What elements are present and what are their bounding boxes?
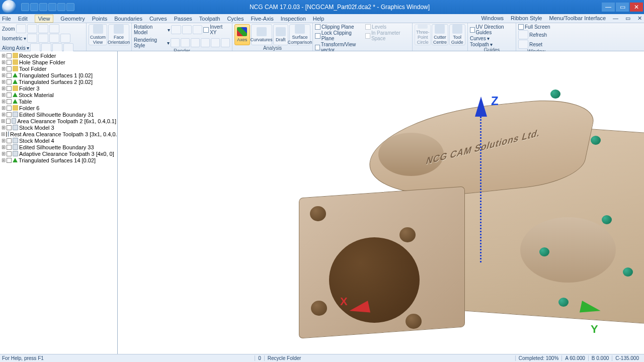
cutter-centre-button[interactable]: Cutter Centre [432, 24, 448, 45]
tree-item[interactable]: ⊞Table [1, 98, 116, 105]
visibility-checkbox[interactable] [6, 119, 11, 124]
isometric-label[interactable]: Isometric [2, 36, 23, 41]
visibility-checkbox[interactable] [7, 66, 12, 71]
full-screen-checkbox[interactable] [518, 24, 524, 30]
tree-item[interactable]: ⊞Edited Silhouette Boundary 31 [1, 111, 116, 118]
menu-geometry[interactable]: Geometry [60, 16, 85, 22]
refresh-label[interactable]: Refresh [529, 32, 547, 38]
render-2-button[interactable] [181, 38, 190, 47]
tree-item[interactable]: ⊞Hole Shape Folder [1, 59, 116, 65]
qat-new-icon[interactable] [21, 3, 29, 11]
visibility-checkbox[interactable] [7, 79, 12, 84]
qat-save-icon[interactable] [39, 3, 47, 11]
curves-guides-label[interactable]: Curves [470, 36, 486, 41]
dropdown-icon[interactable]: ▾ [490, 42, 493, 47]
menu-passes[interactable]: Passes [174, 16, 192, 22]
expand-icon[interactable]: ⊞ [1, 131, 5, 137]
qat-open-icon[interactable] [30, 3, 38, 11]
expand-icon[interactable]: ⊞ [1, 79, 6, 84]
axes-button[interactable]: Axes [234, 24, 250, 45]
tree-item[interactable]: ⊞Stock Model 4 [1, 137, 116, 144]
dropdown-icon[interactable]: ▾ [27, 45, 29, 51]
expand-icon[interactable]: ⊞ [1, 99, 6, 104]
render-1-button[interactable] [171, 38, 180, 47]
qat-undo-icon[interactable] [48, 3, 56, 11]
lock-clipping-checkbox[interactable] [315, 33, 320, 39]
menu-view[interactable]: View [35, 15, 54, 23]
tree-item[interactable]: ⊞Folder 6 [1, 105, 116, 111]
iso-2-button[interactable] [38, 34, 48, 43]
tree-item[interactable]: ⊞Recycle Folder [1, 52, 116, 59]
expand-icon[interactable]: ⊞ [1, 59, 6, 65]
visibility-checkbox[interactable] [7, 106, 12, 111]
invert-xy-checkbox[interactable] [203, 27, 209, 33]
expand-icon[interactable]: ⊞ [1, 92, 6, 98]
visibility-checkbox[interactable] [7, 158, 12, 163]
tool-guide-button[interactable]: Tool Guide [449, 24, 465, 45]
render-3-button[interactable] [191, 38, 200, 47]
menu-help[interactable]: Help [313, 16, 325, 22]
reset-label[interactable]: Reset [529, 42, 542, 47]
surface-comparison-button[interactable]: Surface Comparison [289, 24, 310, 45]
transform-view-vector-checkbox[interactable] [315, 45, 320, 50]
close-button[interactable]: ✕ [630, 3, 643, 12]
expand-icon[interactable]: ⊞ [1, 53, 6, 58]
three-point-circle-button[interactable]: Three-Point Circle [415, 24, 431, 45]
refresh-icon[interactable] [518, 30, 528, 39]
visibility-checkbox[interactable] [7, 125, 12, 130]
mdi-close-icon[interactable]: ✕ [637, 15, 642, 22]
visibility-checkbox[interactable] [7, 151, 12, 156]
visibility-checkbox[interactable] [7, 93, 12, 98]
menu-curves[interactable]: Curves [149, 16, 167, 22]
menu-points[interactable]: Points [92, 16, 108, 22]
draft-button[interactable]: Draft [273, 24, 289, 45]
dropdown-icon[interactable]: ▾ [168, 27, 170, 33]
zoom-in-button[interactable] [38, 24, 48, 33]
dropdown-icon[interactable]: ▾ [487, 36, 490, 41]
tree-item[interactable]: ⊞Rest Area Clearance Toolpath 3 [3x1, 0.… [1, 131, 116, 137]
zoom-out-button[interactable] [49, 24, 59, 33]
tree-item[interactable]: ⊞Triangulated Surfaces 1 [0.02] [1, 72, 116, 78]
menu-file[interactable]: File [2, 16, 11, 22]
visibility-checkbox[interactable] [7, 73, 12, 78]
visibility-checkbox[interactable] [7, 138, 12, 143]
menu-toolpath[interactable]: Toolpath [199, 16, 220, 22]
along-axis-label[interactable]: Along Axis [2, 45, 26, 51]
iso-1-button[interactable] [27, 34, 37, 43]
expand-icon[interactable]: ⊞ [1, 138, 6, 143]
expand-icon[interactable]: ⊞ [1, 118, 5, 124]
expand-icon[interactable]: ⊞ [1, 125, 6, 130]
visibility-checkbox[interactable] [7, 112, 12, 117]
zoom-fit-button[interactable] [27, 24, 37, 33]
menu-ribbon-style[interactable]: Ribbon Style [511, 15, 542, 22]
uv-direction-checkbox[interactable] [470, 27, 475, 33]
visibility-checkbox[interactable] [7, 53, 12, 58]
expand-icon[interactable]: ⊞ [1, 144, 6, 150]
reset-icon[interactable] [518, 40, 528, 49]
zoom-window-button[interactable] [16, 24, 26, 33]
expand-icon[interactable]: ⊞ [1, 151, 6, 156]
render-4-button[interactable] [201, 38, 210, 47]
expand-icon[interactable]: ⊞ [1, 85, 6, 91]
iso-4-button[interactable] [60, 34, 70, 43]
tree-item[interactable]: ⊞Area Clearance Toolpath 2 [6x1, 0.4,0.1… [1, 118, 116, 124]
menu-inspection[interactable]: Inspection [281, 16, 306, 22]
tree-item[interactable]: ⊞Stock Material [1, 92, 116, 98]
expand-icon[interactable]: ⊞ [1, 157, 6, 163]
rotmode-2-button[interactable] [182, 25, 192, 34]
expand-icon[interactable]: ⊞ [1, 72, 6, 78]
rotmode-1-button[interactable] [171, 25, 181, 34]
tree-item[interactable]: ⊞Adaptive Clearance Toolpath 3 [4x0, 0] [1, 150, 116, 157]
menu-cycles[interactable]: Cycles [227, 16, 244, 22]
graphics-viewport[interactable]: NCG CAM Solutions Ltd. Z X Y [118, 51, 644, 354]
curvatures-button[interactable]: Curvatures [251, 24, 272, 45]
qat-redo-icon[interactable] [57, 3, 65, 11]
visibility-checkbox[interactable] [7, 60, 12, 65]
render-5-button[interactable] [211, 38, 220, 47]
expand-icon[interactable]: ⊞ [1, 112, 6, 117]
qat-print-icon[interactable] [66, 3, 74, 11]
mdi-minimize-icon[interactable]: — [613, 15, 618, 22]
custom-view-button[interactable]: Custom View [89, 24, 107, 45]
iso-3-button[interactable] [49, 34, 59, 43]
dropdown-icon[interactable]: ▾ [167, 40, 170, 46]
